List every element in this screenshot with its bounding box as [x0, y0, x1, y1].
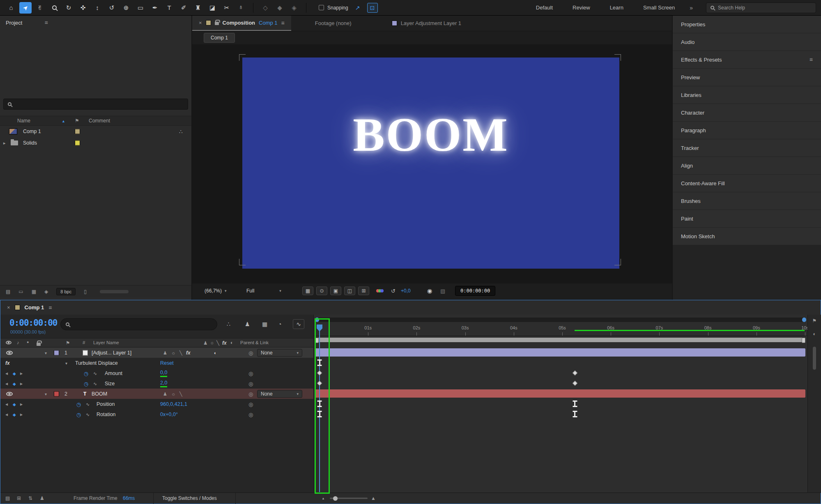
visibility-eye-icon[interactable]	[6, 351, 13, 355]
time-navigator-bar[interactable]	[315, 318, 806, 322]
pan-behind-tool[interactable]: ⊕	[120, 2, 132, 14]
vertical-scrollbar-thumb[interactable]	[813, 347, 816, 370]
transparency-grid-icon[interactable]: ◫	[344, 286, 355, 295]
next-keyframe-button[interactable]: ▶	[20, 412, 23, 416]
snapshot-camera-icon[interactable]: ◉	[427, 288, 432, 294]
audio-column-icon[interactable]: ♪	[17, 340, 19, 345]
add-keyframe-button[interactable]: ◆	[13, 402, 16, 406]
panel-menu-icon[interactable]: ≡	[281, 20, 285, 26]
motion-blur-icon[interactable]: ◔	[278, 321, 281, 327]
layer-name[interactable]: BOOM	[92, 391, 107, 397]
panel-menu-icon[interactable]: ≡	[48, 304, 52, 311]
position-value[interactable]: 960,0,421,1	[160, 401, 187, 407]
keyframe-size[interactable]	[317, 381, 322, 386]
parent-dropdown[interactable]: None ▾	[257, 390, 302, 398]
prev-keyframe-button[interactable]: ◀	[5, 382, 8, 385]
keyframe-position[interactable]	[573, 400, 577, 407]
label-color-chip[interactable]	[75, 140, 80, 146]
graph-icon[interactable]: ∿	[93, 381, 97, 386]
home-tool[interactable]: ⌂	[5, 2, 17, 14]
stopwatch-icon[interactable]: ◷	[84, 370, 88, 376]
project-item-comp1[interactable]: Comp 1 ∴	[0, 126, 191, 137]
adjustment-layer-bar[interactable]	[315, 348, 805, 357]
show-snapshot-icon[interactable]: ▧	[440, 288, 445, 294]
orbit-camera-tool[interactable]: ↻	[62, 2, 75, 14]
panel-tracker[interactable]: Tracker	[673, 139, 821, 156]
panel-effects-presets[interactable]: Effects & Presets≡	[673, 51, 821, 68]
panel-character[interactable]: Character	[673, 104, 821, 121]
collapse-caret-icon[interactable]: ▾	[65, 361, 67, 365]
reset-effect-link[interactable]: Reset	[160, 360, 174, 366]
close-tab-icon[interactable]: ×	[7, 304, 10, 311]
add-keyframe-button[interactable]: ◆	[13, 381, 16, 386]
new-folder-icon[interactable]: ▭	[18, 289, 23, 295]
boom-text-layer[interactable]: BOOM	[242, 108, 619, 162]
collapse-caret-icon[interactable]: ▾	[45, 350, 47, 355]
comp-nav-tab[interactable]: Comp 1	[204, 33, 235, 43]
column-name[interactable]: Name	[17, 118, 30, 124]
property-pickwhip-icon[interactable]: ◎	[248, 401, 253, 407]
quality-switch-icon[interactable]: ╲	[179, 350, 182, 355]
shy-switch-icon[interactable]: ♟	[163, 391, 167, 396]
stopwatch-icon[interactable]: ◷	[76, 411, 81, 417]
workspace-small-screen[interactable]: Small Screen	[643, 5, 675, 11]
timeline-zoom-slider[interactable]	[330, 498, 368, 499]
work-area-bar[interactable]	[315, 338, 805, 342]
keyframe-position[interactable]	[317, 400, 322, 407]
expand-caret-icon[interactable]: ▸	[3, 140, 6, 146]
visibility-eye-icon[interactable]	[6, 392, 13, 396]
layer-name-column-label[interactable]: Layer Name	[93, 340, 119, 345]
fx-switch-icon[interactable]: fx	[222, 340, 227, 346]
expand-in-out-pane-icon[interactable]: ▤	[5, 495, 10, 501]
shy-switch-icon[interactable]: ♟	[203, 340, 207, 346]
reset-exposure-icon[interactable]: ↺	[391, 288, 396, 294]
resolution-dropdown[interactable]: Full ▾	[246, 288, 281, 294]
new-composition-icon[interactable]: ▦	[32, 289, 36, 295]
brush-tool[interactable]: ✐	[177, 2, 190, 14]
adjustment-switch-icon[interactable]: ◐	[230, 340, 233, 345]
expand-render-pane-icon[interactable]: ⊞	[17, 495, 21, 501]
marker-bin-icon[interactable]: ⚑	[812, 318, 817, 324]
sort-ascending-icon[interactable]: ▲	[62, 119, 65, 123]
shy-switch-icon[interactable]: ♟	[163, 350, 167, 355]
project-search[interactable]	[3, 99, 188, 110]
tab-layer[interactable]: Layer Adjustment Layer 1	[385, 16, 468, 31]
close-tab-icon[interactable]: ×	[199, 20, 202, 26]
comp-mini-flowchart-icon[interactable]: ∴	[227, 321, 230, 327]
composition-canvas[interactable]: BOOM	[192, 44, 672, 283]
label-color-swatch[interactable]	[54, 350, 59, 355]
property-row-position[interactable]: ◀ ◆ ▶ ◷ ∿ Position 960,0,421,1 ◎	[0, 399, 313, 409]
workspace-learn[interactable]: Learn	[610, 5, 623, 11]
rotation-value[interactable]: 0x+0,0°	[160, 412, 178, 417]
current-timecode[interactable]: 0:00:00:00	[9, 318, 57, 328]
panel-libraries[interactable]: Libraries	[673, 86, 821, 104]
timeline-search[interactable]	[60, 318, 217, 330]
workspace-default[interactable]: Default	[536, 5, 553, 11]
tab-composition[interactable]: × Composition Comp 1 ≡	[192, 16, 291, 31]
property-name[interactable]: Rotation	[97, 412, 116, 417]
size-value[interactable]: 2,0	[160, 380, 167, 387]
view-layout-icon[interactable]: ⊞	[358, 286, 369, 295]
keyframe-amount[interactable]	[572, 371, 577, 376]
panel-content-aware-fill[interactable]: Content-Aware Fill	[673, 175, 821, 192]
label-column-icon[interactable]: ⚑	[66, 340, 70, 346]
property-row-rotation[interactable]: ◀ ◆ ▶ ◷ ∿ Rotation 0x+0,0° ◎	[0, 409, 313, 419]
dolly-camera-tool[interactable]: ↕	[91, 2, 103, 14]
timeline-options-icon[interactable]: ◐	[813, 331, 816, 337]
collapse-switch-icon[interactable]: ☼	[210, 340, 214, 345]
video-column-eye-icon[interactable]	[6, 341, 11, 345]
keyframe-amount[interactable]	[317, 371, 322, 376]
expand-transfer-pane-icon[interactable]: ⇅	[28, 495, 32, 501]
parent-pickwhip-icon[interactable]: ◎	[248, 350, 253, 356]
panel-preview[interactable]: Preview	[673, 69, 821, 86]
panel-menu-icon[interactable]: ≡	[810, 56, 813, 63]
panel-menu-icon[interactable]: ≡	[44, 19, 48, 26]
snapping-checkbox[interactable]	[319, 5, 324, 10]
selection-tool[interactable]: ➤	[19, 2, 32, 14]
property-row-amount[interactable]: ◀ ◆ ▶ ◷ ∿ Amount 0,0 ◎	[0, 368, 313, 378]
axis-world-tool[interactable]: ◆	[274, 2, 286, 14]
fx-badge-icon[interactable]: fx	[5, 360, 10, 366]
time-ruler[interactable]: 0s01s02s03s04s05s06s07s08s09s10s	[314, 324, 807, 336]
next-keyframe-button[interactable]: ▶	[20, 402, 23, 406]
hand-tool[interactable]: ✌	[34, 2, 46, 14]
